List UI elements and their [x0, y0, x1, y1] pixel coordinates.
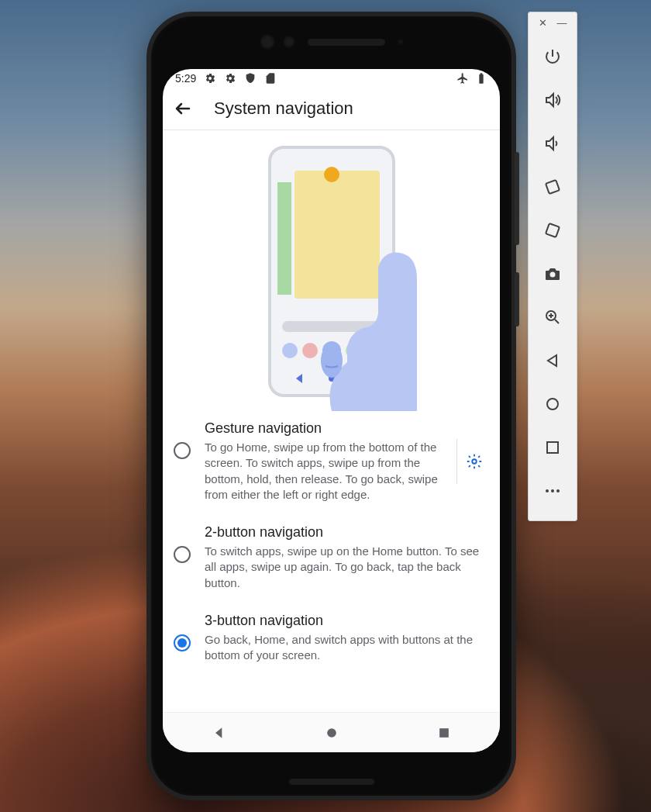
device-volume-rocker	[515, 152, 519, 245]
nav-overview-icon[interactable]	[436, 725, 452, 741]
option-gesture-navigation[interactable]: Gesture navigation To go Home, swipe up …	[163, 409, 500, 513]
svg-point-19	[550, 272, 556, 278]
device-bottom-speaker	[289, 779, 374, 785]
emulator-overview-button[interactable]	[534, 429, 571, 466]
option-3-button-navigation[interactable]: 3-button navigation Go back, Home, and s…	[163, 602, 500, 675]
radio-icon[interactable]	[174, 442, 191, 459]
navigation-illustration	[163, 130, 500, 409]
svg-rect-17	[546, 180, 560, 194]
status-bar: 5:29	[163, 69, 500, 88]
svg-rect-23	[547, 442, 558, 453]
svg-rect-18	[546, 223, 560, 237]
emulator-minimize-button[interactable]: —	[557, 17, 567, 29]
more-horizontal-icon	[543, 482, 562, 500]
emulator-zoom-button[interactable]	[534, 299, 571, 336]
app-bar: System navigation	[163, 88, 500, 130]
svg-point-13	[472, 459, 477, 464]
svg-point-5	[282, 343, 298, 358]
svg-marker-14	[215, 727, 222, 738]
emulator-rotate-right-button[interactable]	[534, 212, 571, 249]
settings-content[interactable]: Gesture navigation To go Home, swipe up …	[163, 130, 500, 712]
emulator-power-button[interactable]	[534, 38, 571, 75]
volume-up-icon	[543, 91, 562, 109]
gear-icon	[204, 72, 216, 85]
triangle-back-icon	[543, 351, 562, 370]
rotate-left-icon	[543, 178, 562, 196]
svg-point-26	[556, 489, 560, 492]
device-screen: 5:29 System navigation	[163, 69, 500, 752]
svg-marker-21	[548, 355, 556, 366]
svg-point-12	[321, 344, 343, 378]
svg-point-3	[324, 167, 339, 182]
emulator-volume-up-button[interactable]	[534, 81, 571, 119]
option-2-button-navigation[interactable]: 2-button navigation To switch apps, swip…	[163, 513, 500, 602]
emulator-more-button[interactable]	[534, 472, 571, 510]
system-navigation-bar	[163, 712, 500, 752]
svg-point-25	[551, 489, 554, 492]
sd-card-icon	[264, 72, 277, 85]
status-time: 5:29	[175, 72, 196, 85]
option-title: 2-button navigation	[205, 524, 491, 541]
camera-icon	[543, 264, 562, 283]
option-settings-button[interactable]	[456, 439, 491, 484]
option-description: To switch apps, swipe up on the Home but…	[205, 544, 491, 591]
emulator-toolbar: ✕ —	[528, 12, 577, 521]
volume-down-icon	[543, 134, 562, 153]
option-description: To go Home, swipe up from the bottom of …	[205, 440, 443, 503]
nav-home-icon[interactable]	[324, 725, 339, 741]
power-icon	[543, 47, 562, 66]
option-description: Go back, Home, and switch apps with butt…	[205, 632, 491, 664]
emulator-screenshot-button[interactable]	[534, 255, 571, 292]
emulator-back-button[interactable]	[534, 342, 571, 379]
emulator-close-button[interactable]: ✕	[539, 17, 547, 29]
battery-icon	[475, 72, 487, 85]
gear-icon	[224, 72, 236, 85]
circle-home-icon	[543, 395, 562, 413]
airplane-mode-icon	[456, 72, 469, 85]
rotate-right-icon	[543, 221, 562, 240]
nav-back-icon[interactable]	[212, 725, 227, 741]
back-arrow-icon[interactable]	[174, 99, 192, 118]
zoom-in-icon	[543, 308, 562, 327]
emulator-rotate-left-button[interactable]	[534, 168, 571, 206]
svg-rect-2	[294, 171, 380, 299]
device-top-sensors	[151, 30, 512, 54]
svg-point-22	[547, 399, 558, 409]
device-power-button	[515, 272, 519, 327]
emulator-home-button[interactable]	[534, 385, 571, 423]
square-overview-icon	[543, 438, 562, 457]
radio-icon[interactable]	[174, 546, 191, 563]
svg-point-6	[302, 343, 318, 358]
emulator-volume-down-button[interactable]	[534, 125, 571, 162]
svg-point-15	[327, 728, 336, 738]
shield-icon	[244, 72, 257, 85]
option-title: 3-button navigation	[205, 613, 491, 629]
svg-point-24	[546, 489, 549, 492]
svg-rect-1	[277, 182, 291, 295]
svg-rect-16	[439, 728, 449, 738]
radio-icon[interactable]	[174, 634, 191, 651]
device-frame: 5:29 System navigation	[146, 12, 516, 800]
option-title: Gesture navigation	[205, 420, 443, 437]
gear-icon	[466, 453, 483, 470]
page-title: System navigation	[214, 98, 353, 119]
